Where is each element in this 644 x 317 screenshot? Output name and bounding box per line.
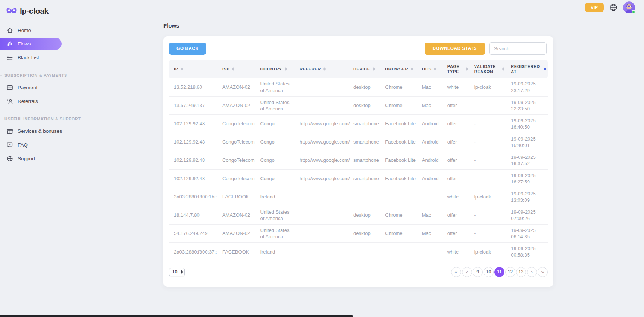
- flows-icon: [7, 41, 13, 47]
- cell-referer: [295, 188, 348, 206]
- cell-registered_at: 19-09-2025 16:40:50: [506, 115, 548, 133]
- table-row: 102.129.92.48CongoTelecomCongohttp://www…: [169, 170, 548, 188]
- column-header-device[interactable]: DEVICE: [348, 60, 380, 78]
- cell-country: Ireland: [255, 188, 295, 206]
- column-header-validate_reason[interactable]: VALIDATE REASON: [469, 60, 506, 78]
- cell-device: [348, 243, 380, 261]
- cell-ip: 13.52.218.60: [169, 78, 218, 97]
- cell-registered_at: 19-09-2025 22:23:50: [506, 97, 548, 115]
- sort-icon[interactable]: [373, 67, 375, 71]
- table-row: 13.57.249.137AMAZON-02United States of A…: [169, 97, 548, 115]
- sort-icon[interactable]: [411, 67, 413, 71]
- sort-icon[interactable]: [434, 67, 436, 71]
- card-toolbar: GO BACK DOWNLOAD STATS: [163, 36, 553, 60]
- cell-referer: [295, 97, 348, 115]
- horizontal-scrollbar[interactable]: [0, 315, 353, 317]
- page-first[interactable]: «: [451, 267, 461, 277]
- download-stats-button[interactable]: DOWNLOAD STATS: [425, 43, 485, 55]
- page-9[interactable]: 9: [473, 267, 483, 277]
- sidebar-item-payment[interactable]: Payment: [0, 81, 68, 94]
- column-header-ip[interactable]: IP: [169, 60, 218, 78]
- cell-ip: 18.144.7.80: [169, 206, 218, 225]
- table-row: 54.176.249.249AMAZON-02United States of …: [169, 225, 548, 243]
- sidebar-item-flows[interactable]: Flows: [0, 38, 62, 50]
- mask-logo-icon: [6, 7, 17, 15]
- cell-isp: AMAZON-02: [218, 97, 256, 115]
- column-header-registered_at[interactable]: REGISTERED AT: [506, 60, 548, 78]
- cell-browser: Facebook Lite: [380, 170, 417, 188]
- page-size-select-wrap: 10: [169, 268, 185, 276]
- page-next[interactable]: ›: [527, 267, 537, 277]
- cell-isp: CongoTelecom: [218, 115, 256, 133]
- cell-browser: Chrome: [380, 206, 417, 225]
- sidebar-item-black-list[interactable]: Black List: [0, 51, 68, 64]
- cell-ip: 13.57.249.137: [169, 97, 218, 115]
- column-header-page_type[interactable]: PAGE TYPE: [443, 60, 469, 78]
- column-header-isp[interactable]: ISP: [218, 60, 256, 78]
- cell-validate_reason: -: [469, 151, 506, 170]
- support-globe-icon: [7, 156, 13, 162]
- column-label: BROWSER: [385, 66, 408, 72]
- table-row: 2a03:2880:f800:37::FACEBOOKIrelandwhitel…: [169, 243, 548, 261]
- sort-icon[interactable]: [466, 67, 468, 71]
- page-12[interactable]: 12: [505, 267, 515, 277]
- page-10[interactable]: 10: [484, 267, 494, 277]
- cell-ip: 2a03:2880:f800:1b::: [169, 188, 218, 206]
- vip-button[interactable]: VIP: [585, 3, 604, 12]
- cell-registered_at: 19-09-2025 00:58:35: [506, 243, 548, 261]
- table-header-row: IPISPCOUNTRYREFERERDEVICEBROWSEROCSPAGE …: [169, 60, 548, 78]
- cell-isp: CongoTelecom: [218, 133, 256, 151]
- cell-device: desktop: [348, 206, 380, 225]
- page-size-select[interactable]: 10: [169, 268, 185, 276]
- cell-referer: http://www.google.com/: [295, 115, 348, 133]
- sort-icon[interactable]: [232, 67, 234, 71]
- cell-page_type: offer: [443, 133, 469, 151]
- payment-icon: [7, 84, 13, 91]
- cell-device: [348, 188, 380, 206]
- cell-country: Congo: [255, 115, 295, 133]
- sidebar: lp-cloak Home Flows Black List SUBSCRIPT…: [0, 0, 68, 317]
- page-last[interactable]: »: [538, 267, 548, 277]
- sort-icon[interactable]: [502, 67, 504, 71]
- cell-page_type: white: [443, 188, 469, 206]
- cell-browser: Facebook Lite: [380, 151, 417, 170]
- cell-ocs: [417, 243, 443, 261]
- cell-browser: Chrome: [380, 78, 417, 97]
- sidebar-section-subscription: SUBSCRIPTION & PAYMENTS: [0, 73, 68, 78]
- search-input[interactable]: [489, 42, 547, 55]
- sort-icon[interactable]: [285, 67, 287, 71]
- page-11[interactable]: 11: [494, 267, 504, 277]
- user-avatar[interactable]: [623, 1, 635, 13]
- sidebar-section-support: USEFUL INFORMATION & SUPPORT: [0, 117, 68, 121]
- sort-icon-active[interactable]: [544, 67, 546, 71]
- logo[interactable]: lp-cloak: [0, 4, 68, 18]
- cell-validate_reason: -: [469, 133, 506, 151]
- table-row: 13.52.218.60AMAZON-02United States of Am…: [169, 78, 548, 97]
- sidebar-item-home[interactable]: Home: [0, 24, 68, 37]
- sidebar-item-referrals[interactable]: Referrals: [0, 95, 68, 107]
- sidebar-item-faq[interactable]: ?! FAQ: [0, 138, 68, 151]
- cell-device: smartphone: [348, 170, 380, 188]
- column-label: VALIDATE REASON: [474, 64, 500, 75]
- cell-country: Congo: [255, 151, 295, 170]
- sort-icon[interactable]: [323, 67, 326, 71]
- language-globe-icon[interactable]: [609, 3, 618, 12]
- online-status-dot: [632, 10, 635, 14]
- page-13[interactable]: 13: [516, 267, 526, 277]
- sidebar-item-services-bonuses[interactable]: Services & bonuses: [0, 125, 68, 137]
- sort-icon[interactable]: [181, 67, 183, 71]
- cell-validate_reason: -: [469, 206, 506, 225]
- pagination: «‹910111213›»: [451, 267, 548, 277]
- page-prev[interactable]: ‹: [462, 267, 472, 277]
- sidebar-item-label: Flows: [18, 41, 31, 47]
- page-title: Flows: [163, 22, 553, 29]
- cell-country: United States of America: [255, 78, 295, 97]
- go-back-button[interactable]: GO BACK: [169, 43, 206, 55]
- column-header-ocs[interactable]: OCS: [417, 60, 443, 78]
- cell-referer: http://www.google.com/: [295, 170, 348, 188]
- sidebar-item-support[interactable]: Support: [0, 152, 68, 165]
- cell-page_type: offer: [443, 151, 469, 170]
- column-header-browser[interactable]: BROWSER: [380, 60, 417, 78]
- column-header-referer[interactable]: REFERER: [295, 60, 348, 78]
- column-header-country[interactable]: COUNTRY: [255, 60, 295, 78]
